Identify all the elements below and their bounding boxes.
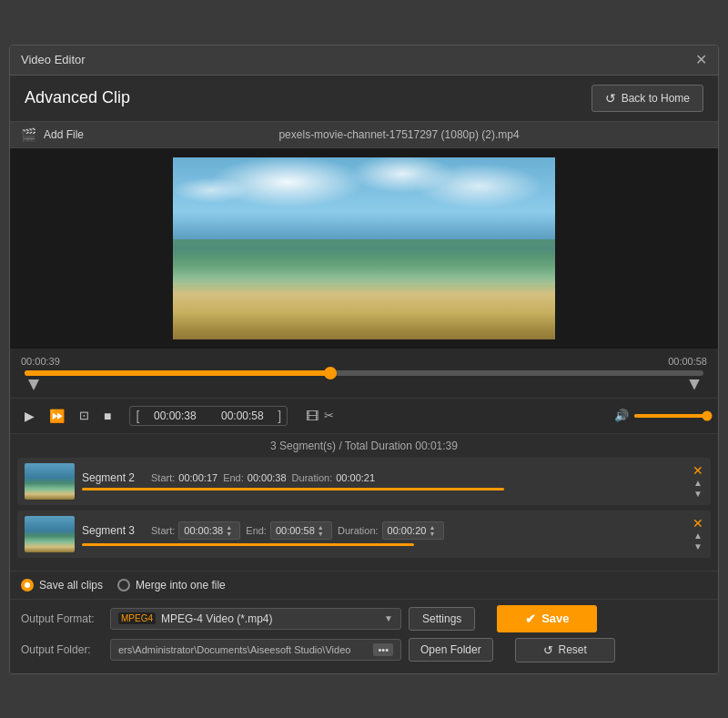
fast-forward-button[interactable]: ⏩ [46,407,68,425]
open-folder-button[interactable]: Open Folder [409,638,493,662]
action-col-reset: ↺ Reset [515,638,615,662]
segment-start-input[interactable]: 00:00:38 ▲▼ [178,521,240,540]
merge-into-one-radio[interactable] [117,579,130,592]
table-row: Segment 3 Start: 00:00:38 ▲▼ End: 00:00:… [17,511,711,558]
segment-thumbnail [25,516,75,552]
window-title: Video Editor [21,53,86,66]
title-bar: Video Editor ✕ [10,46,718,76]
table-row: Segment 2 Start: 00:00:17 End: 00:00:38 … [17,458,711,505]
segment-row-top: Segment 2 Start: 00:00:17 End: 00:00:38 … [82,471,685,484]
action-col: ✔ Save [497,605,597,632]
segment-start-field: Start: 00:00:38 ▲▼ [151,521,240,540]
save-button[interactable]: ✔ Save [497,605,597,632]
video-preview-area [10,148,718,349]
segment-progress [82,488,504,490]
merge-into-one-label: Merge into one file [136,579,226,592]
stop-button[interactable]: ■ [100,407,115,425]
checkmark-icon: ✔ [525,612,536,626]
film-icon[interactable]: 🎞 [306,409,318,423]
segment-up-button[interactable]: ▲ [693,479,703,488]
segment-duration-value: 00:00:21 [336,472,375,483]
file-name-label: pexels-movie-channet-17517297 (1080p) (2… [91,128,707,141]
dropdown-arrow-icon: ▼ [384,613,393,623]
segment-up-button[interactable]: ▲ [693,531,703,541]
browse-folder-button[interactable]: ••• [373,643,393,656]
segments-summary: 3 Segment(s) / Total Duration 00:01:39 [10,433,718,458]
bracket-right-icon: ] [278,409,281,423]
save-all-clips-radio[interactable] [21,579,34,592]
segment-end-value: 00:00:38 [248,472,287,483]
radio-inner [25,582,30,588]
segment-end-field: End: 00:00:38 [223,472,286,483]
volume-group: 🔊 [614,409,707,422]
segment-wrap: Segment 3 Start: 00:00:38 ▲▼ End: 00:00:… [82,521,685,546]
folder-path-display: ers\Administrator\Documents\Aiseesoft St… [110,639,401,661]
segment-remove-button[interactable]: ✕ [693,517,703,530]
volume-fill [634,414,707,418]
video-preview [173,157,555,339]
trim-handles [21,379,707,390]
page-title: Advanced Clip [25,88,130,107]
segments-list: Segment 2 Start: 00:00:17 End: 00:00:38 … [10,458,718,571]
close-button[interactable]: ✕ [695,53,707,67]
timeline-track[interactable] [25,370,703,376]
spinner-arrows[interactable]: ▲▼ [226,524,232,537]
segment-thumbnail [25,463,75,500]
segment-down-button[interactable]: ▼ [693,490,703,499]
cut-icon[interactable]: ✂ [324,409,334,423]
segment-wrap: Segment 2 Start: 00:00:17 End: 00:00:38 … [82,471,685,490]
timeline-thumb[interactable] [324,367,337,379]
reset-button[interactable]: ↺ Reset [515,638,615,662]
folder-row: Output Folder: ers\Administrator\Documen… [21,638,707,662]
main-window: Video Editor ✕ Advanced Clip ↺ Back to H… [9,45,719,674]
trim-handle-left[interactable] [28,379,39,390]
trim-handle-right[interactable] [689,379,700,390]
add-file-button[interactable]: Add File [44,128,84,141]
merge-into-one-option[interactable]: Merge into one file [117,579,226,592]
segment-row-top: Segment 3 Start: 00:00:38 ▲▼ End: 00:00:… [82,521,685,540]
segment-start-value: 00:00:17 [178,472,217,483]
volume-track[interactable] [634,414,707,418]
volume-icon: 🔊 [614,409,629,422]
reset-icon: ↺ [543,643,553,657]
back-home-button[interactable]: ↺ Back to Home [592,85,703,112]
segment-progress [82,543,414,546]
save-all-clips-label: Save all clips [39,579,103,592]
segment-duration-input[interactable]: 00:00:20 ▲▼ [382,521,444,540]
volume-thumb[interactable] [703,410,713,420]
format-icon: MPEG4 [118,612,156,624]
segment-name: Segment 2 [82,471,146,484]
spinner-arrows[interactable]: ▲▼ [429,524,435,537]
folder-label: Output Folder: [21,643,103,656]
segment-actions: ✕ ▲ ▼ [693,517,703,551]
format-text: MPEG-4 Video (*.mp4) [161,612,379,625]
time-labels: 00:00:39 00:00:58 [21,356,707,367]
time-end-label: 00:00:58 [668,356,707,367]
refresh-icon: ↺ [605,91,616,106]
toolbar-bar: 🎬 Add File pexels-movie-channet-17517297… [10,122,718,148]
timeline-bar: 00:00:39 00:00:58 [10,349,718,398]
spinner-arrows[interactable]: ▲▼ [318,524,324,537]
segment-end-input[interactable]: 00:00:58 ▲▼ [270,521,332,540]
header-bar: Advanced Clip ↺ Back to Home [10,76,718,122]
segment-remove-button[interactable]: ✕ [693,464,703,477]
bracket-out-button[interactable]: ⊡ [76,407,93,424]
folder-path-text: ers\Administrator\Documents\Aiseesoft St… [118,644,350,655]
bracket-left-icon: [ [136,409,139,423]
range-start-input[interactable] [143,410,207,422]
segment-duration-field: Duration: 00:00:20 ▲▼ [338,521,444,540]
settings-button[interactable]: Settings [409,607,475,631]
controls-bar: ▶ ⏩ ⊡ ■ [ ] 🎞 ✂ 🔊 [10,398,718,433]
segment-down-button[interactable]: ▼ [693,542,703,551]
output-section: Output Format: MPEG4 MPEG-4 Video (*.mp4… [10,599,718,673]
format-select[interactable]: MPEG4 MPEG-4 Video (*.mp4) ▼ [110,608,401,630]
save-options-bar: Save all clips Merge into one file [10,571,718,599]
time-start-label: 00:00:39 [21,356,60,367]
segment-start-field: Start: 00:00:17 [151,472,217,483]
time-range-group: [ ] [129,406,288,426]
segment-actions: ✕ ▲ ▼ [693,464,703,499]
range-end-input[interactable] [210,410,274,422]
timeline-fill [25,370,330,376]
play-button[interactable]: ▶ [21,407,38,425]
save-all-clips-option[interactable]: Save all clips [21,579,103,592]
